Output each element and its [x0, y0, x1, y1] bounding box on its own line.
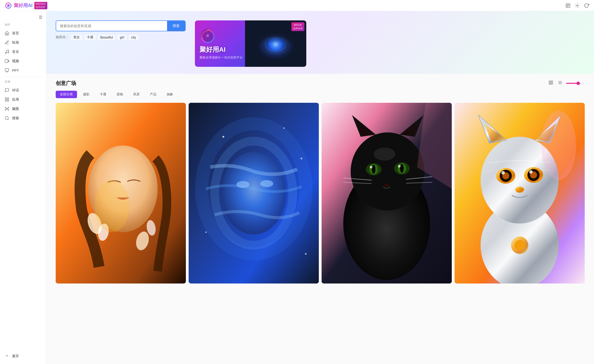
suggestion-city[interactable]: city — [129, 35, 138, 40]
cat-tab-pets[interactable]: 宠物 — [112, 91, 127, 98]
sidebar-item-ppt[interactable]: PPT — [0, 66, 46, 75]
cat-tab-scenery[interactable]: 风景 — [129, 91, 144, 98]
sidebar-item-video-label: 视频 — [12, 59, 19, 63]
banner[interactable]: 聚好用AI 聚集全球顶级AI 一站式创意平台 AIGC官 合作伙伴 — [195, 20, 306, 67]
sidebar-section-inspiration: 灵感 — [0, 79, 46, 86]
svg-rect-41 — [549, 83, 551, 84]
plaza-title: 创意广场 — [56, 80, 76, 87]
svg-point-8 — [8, 52, 9, 53]
settings-icon[interactable] — [574, 3, 580, 8]
svg-line-31 — [269, 33, 270, 38]
cat-tab-abstract[interactable]: 抽象 — [162, 91, 177, 98]
suggestion-meinu[interactable]: 美女 — [71, 34, 82, 40]
svg-line-28 — [8, 119, 9, 120]
content-area: 搜索 推荐词： 美女 卡通 Beautiful girl city — [46, 11, 594, 364]
header-right — [565, 3, 589, 8]
svg-point-62 — [236, 181, 250, 188]
plaza-controls — [548, 79, 585, 87]
sidebar-section-create: 创作 — [0, 22, 46, 28]
sidebar-item-music[interactable]: 音乐 — [0, 47, 46, 56]
search-bar: 搜索 — [56, 20, 186, 31]
sidebar-item-search[interactable]: 搜索 — [0, 114, 46, 123]
svg-point-98 — [514, 240, 525, 250]
search-nav-icon — [5, 116, 9, 120]
svg-line-23 — [6, 108, 7, 108]
sidebar-expand-btn[interactable]: 展开 — [0, 351, 46, 361]
ppt-icon — [5, 68, 9, 73]
suggestion-katong[interactable]: 卡通 — [84, 34, 96, 40]
logo-area: 聚好用AI AIGC官方 合作伙伴 — [5, 2, 47, 9]
sidebar-item-mindmap[interactable]: 脑图 — [0, 104, 46, 114]
svg-rect-14 — [5, 98, 7, 99]
home-icon — [5, 31, 9, 35]
sidebar-item-chat[interactable]: 对话 — [0, 86, 46, 95]
suggestion-beautiful[interactable]: Beautiful — [98, 35, 115, 40]
banner-title: 聚好用AI — [200, 45, 226, 54]
svg-point-38 — [206, 34, 209, 37]
svg-point-29 — [262, 38, 290, 54]
svg-line-30 — [265, 34, 266, 39]
grid-view-btn[interactable] — [548, 79, 554, 87]
category-tabs: 全部分类 摄影 卡通 宠物 风景 产品 抽象 — [56, 91, 585, 98]
cat-tab-product[interactable]: 产品 — [146, 91, 161, 98]
slider-track — [566, 83, 585, 84]
svg-point-19 — [5, 107, 6, 108]
cat-tab-all[interactable]: 全部分类 — [56, 91, 77, 98]
logo-text: 聚好用AI — [14, 2, 33, 9]
svg-point-20 — [8, 107, 9, 108]
sidebar-item-music-label: 音乐 — [12, 50, 19, 54]
list-view-btn[interactable] — [557, 79, 563, 87]
image-card-1[interactable] — [56, 103, 186, 283]
pen-icon — [5, 40, 9, 45]
chat-icon — [5, 88, 9, 93]
image-grid — [56, 103, 585, 283]
cat-tab-photo[interactable]: 摄影 — [79, 91, 94, 98]
book-icon[interactable] — [565, 3, 571, 8]
refresh-icon[interactable] — [584, 3, 589, 8]
svg-rect-11 — [5, 69, 9, 71]
cat-tab-cartoon[interactable]: 卡通 — [96, 91, 110, 98]
sidebar-item-drawing[interactable]: 绘画 — [0, 38, 46, 47]
search-button[interactable]: 搜索 — [167, 21, 185, 31]
suggestion-girl[interactable]: girl — [117, 35, 127, 40]
image-card-3[interactable] — [322, 103, 452, 283]
aigc-corner-badge: AIGC官 合作伙伴 — [291, 22, 304, 31]
plaza-header: 创意广场 — [56, 79, 585, 87]
svg-point-80 — [374, 148, 395, 161]
sidebar-item-video[interactable]: 视频 — [0, 56, 46, 66]
svg-line-35 — [284, 34, 285, 39]
music-icon — [5, 49, 9, 54]
image-card-4[interactable] — [455, 103, 585, 283]
svg-point-21 — [5, 109, 6, 110]
banner-subtitle: 聚集全球顶级AI 一站式创意平台 — [200, 55, 243, 60]
video-icon — [5, 59, 9, 63]
svg-line-34 — [280, 33, 281, 38]
card-face-1 — [56, 103, 186, 283]
main-layout: ☰ 创作 首页 绘画 — [0, 11, 594, 364]
sidebar-toggle[interactable]: ☰ — [0, 14, 46, 22]
svg-rect-9 — [5, 59, 8, 62]
svg-point-76 — [400, 164, 404, 173]
app-header: 聚好用AI AIGC官方 合作伙伴 — [0, 0, 594, 11]
svg-point-59 — [300, 157, 302, 159]
sidebar-expand-label: 展开 — [12, 354, 19, 358]
svg-rect-16 — [5, 100, 7, 101]
card-face-4 — [455, 103, 585, 283]
size-slider[interactable] — [566, 83, 585, 84]
search-input[interactable] — [56, 21, 167, 31]
sidebar-item-apps[interactable]: 应用 — [0, 95, 46, 104]
image-card-2[interactable] — [189, 103, 319, 283]
sidebar-item-home[interactable]: 首页 — [0, 28, 46, 38]
svg-rect-42 — [551, 83, 553, 84]
svg-rect-17 — [7, 100, 9, 101]
svg-line-33 — [277, 33, 277, 37]
search-suggestions: 推荐词： 美女 卡通 Beautiful girl city — [56, 34, 186, 40]
slider-thumb — [577, 82, 580, 85]
sidebar-divider — [4, 77, 42, 77]
svg-point-61 — [305, 253, 306, 255]
banner-logo-svg — [200, 28, 216, 44]
svg-point-60 — [205, 231, 207, 233]
suggestions-label: 推荐词： — [56, 35, 69, 40]
sidebar-item-mindmap-label: 脑图 — [12, 107, 19, 111]
svg-point-57 — [223, 136, 224, 138]
